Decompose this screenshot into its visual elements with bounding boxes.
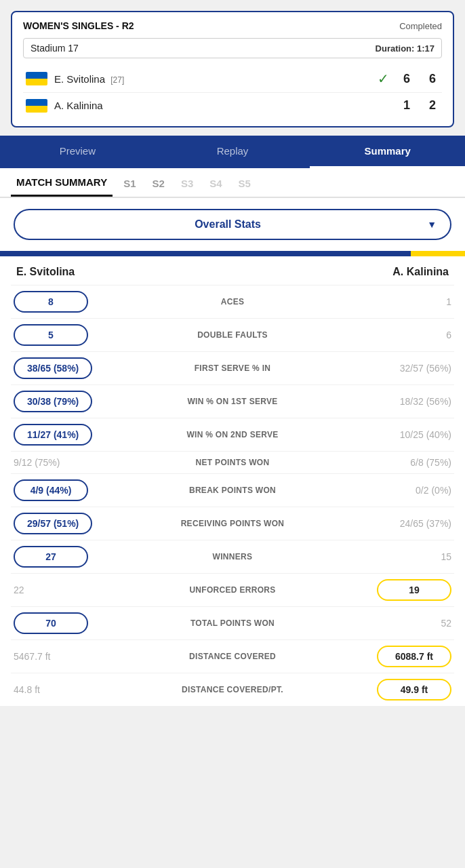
player-scores-1: 6 6 [400, 72, 439, 86]
stat-row: 30/38 (79%) WIN % ON 1ST SERVE 18/32 (56… [11, 384, 454, 418]
score-s2-p1: 6 [426, 72, 439, 86]
stat-label: TOTAL POINTS WON [142, 618, 323, 628]
stat-row: 5 DOUBLE FAULTS 6 [11, 318, 454, 351]
stat-left: 22 [14, 585, 142, 595]
stat-label: DISTANCE COVERED [142, 652, 323, 661]
stat-row: 22 UNFORCED ERRORS 19 [11, 573, 454, 606]
stat-left: 4/9 (44%) [14, 479, 142, 501]
stat-left-pill-blue: 8 [14, 291, 88, 313]
stat-right-plain: 32/57 (56%) [390, 363, 451, 374]
stat-right: 6 [323, 330, 451, 340]
flag-svitolina [26, 72, 47, 85]
color-bar-blue [0, 251, 411, 256]
stat-left-pill-blue: 38/65 (58%) [14, 357, 92, 379]
stat-left: 70 [14, 612, 142, 634]
stat-right-plain: 15 [390, 551, 451, 562]
stat-left-pill-blue: 4/9 (44%) [14, 479, 88, 501]
stat-right: 15 [323, 551, 451, 562]
stat-left-plain: 44.8 ft [14, 684, 75, 695]
stat-right-plain: 0/2 (0%) [390, 485, 451, 496]
stat-left: 5467.7 ft [14, 651, 142, 662]
stat-left-pill-blue: 5 [14, 324, 88, 346]
stat-row: 29/57 (51%) RECEIVING POINTS WON 24/65 (… [11, 507, 454, 540]
stat-right: 49.9 ft [323, 679, 451, 701]
subnav-s5[interactable]: S5 [233, 178, 256, 196]
stat-row: 4/9 (44%) BREAK POINTS WON 0/2 (0%) [11, 473, 454, 507]
right-player-label: A. Kalinina [392, 266, 449, 278]
stat-left: 38/65 (58%) [14, 357, 142, 379]
player-name-1: E. Svitolina [27] [54, 73, 378, 85]
subnav-s3[interactable]: S3 [176, 178, 199, 196]
score-s1-p1: 6 [400, 72, 413, 86]
stat-right: 18/32 (56%) [323, 396, 451, 407]
stat-right-plain: 24/65 (37%) [390, 518, 451, 529]
stat-right: 10/25 (40%) [323, 429, 451, 440]
stat-left: 44.8 ft [14, 684, 142, 695]
stats-dropdown[interactable]: Overall Stats ▼ [14, 209, 451, 240]
stat-right-plain: 10/25 (40%) [390, 429, 451, 440]
stat-left: 5 [14, 324, 142, 346]
stat-left: 8 [14, 291, 142, 313]
match-venue-row: Stadium 17 Duration: 1:17 [23, 38, 442, 58]
stat-right-plain: 1 [390, 296, 451, 307]
match-title: WOMEN'S SINGLES - R2 [23, 20, 134, 31]
stat-left: 11/27 (41%) [14, 424, 142, 446]
stat-right-pill-yellow: 19 [377, 579, 451, 601]
player-name-2: A. Kalinina [54, 100, 400, 111]
tab-preview[interactable]: Preview [0, 136, 155, 168]
stat-left: 9/12 (75%) [14, 457, 142, 468]
score-s1-p2: 1 [400, 98, 413, 113]
stat-right: 24/65 (37%) [323, 518, 451, 529]
score-s2-p2: 2 [426, 98, 439, 113]
stat-left-pill-blue: 29/57 (51%) [14, 513, 92, 534]
color-bar [0, 251, 465, 256]
player-row-2: A. Kalinina 1 2 [23, 93, 442, 118]
tab-replay[interactable]: Replay [155, 136, 310, 168]
stat-right-plain: 6 [390, 330, 451, 340]
sub-navigation: MATCH SUMMARY S1 S2 S3 S4 S5 [0, 168, 465, 198]
stat-left: 27 [14, 546, 142, 568]
stat-label: BREAK POINTS WON [142, 486, 323, 495]
stat-label: NET POINTS WON [142, 458, 323, 467]
players-header: E. Svitolina A. Kalinina [11, 256, 454, 285]
stat-left-pill-blue: 70 [14, 612, 88, 634]
match-status: Completed [399, 21, 442, 31]
stat-left-plain: 9/12 (75%) [14, 457, 75, 468]
player-row-1: E. Svitolina [27] ✓ 6 6 [23, 65, 442, 93]
stat-right-plain: 6/8 (75%) [390, 457, 451, 468]
stat-row: 70 TOTAL POINTS WON 52 [11, 606, 454, 639]
stat-row: 8 ACES 1 [11, 285, 454, 318]
stat-right: 0/2 (0%) [323, 485, 451, 496]
subnav-match-summary[interactable]: MATCH SUMMARY [11, 176, 113, 197]
chevron-down-icon: ▼ [427, 219, 437, 230]
stat-row: 27 WINNERS 15 [11, 540, 454, 573]
stat-row: 9/12 (75%) NET POINTS WON 6/8 (75%) [11, 451, 454, 473]
stats-filter-container: Overall Stats ▼ [0, 198, 465, 251]
venue-name: Stadium 17 [31, 43, 79, 54]
stat-left: 29/57 (51%) [14, 513, 142, 534]
stats-rows: 8 ACES 1 5 DOUBLE FAULTS 6 38/65 (58%) F… [11, 285, 454, 706]
stat-left-plain: 5467.7 ft [14, 651, 75, 662]
subnav-s4[interactable]: S4 [204, 178, 227, 196]
match-duration: Duration: 1:17 [376, 43, 434, 54]
stat-label: DOUBLE FAULTS [142, 330, 323, 340]
stat-right: 6/8 (75%) [323, 457, 451, 468]
stat-label: RECEIVING POINTS WON [142, 519, 323, 528]
stat-label: WINNERS [142, 552, 323, 561]
tab-summary[interactable]: Summary [310, 136, 465, 168]
stat-right: 19 [323, 579, 451, 601]
left-player-label: E. Svitolina [16, 266, 75, 278]
flag-kalinina [26, 99, 47, 113]
stat-label: WIN % ON 1ST SERVE [142, 397, 323, 406]
stat-label: ACES [142, 297, 323, 307]
stat-right: 52 [323, 618, 451, 629]
stat-row: 38/65 (58%) FIRST SERVE % IN 32/57 (56%) [11, 351, 454, 384]
stat-row: 5467.7 ft DISTANCE COVERED 6088.7 ft [11, 639, 454, 673]
match-header: WOMEN'S SINGLES - R2 Completed Stadium 1… [11, 11, 454, 127]
winner-check: ✓ [378, 71, 389, 87]
stat-left-plain: 22 [14, 585, 75, 595]
subnav-s2[interactable]: S2 [147, 178, 170, 196]
player-seed-1: [27] [110, 75, 124, 85]
stat-label: WIN % ON 2ND SERVE [142, 430, 323, 439]
subnav-s1[interactable]: S1 [118, 178, 141, 196]
